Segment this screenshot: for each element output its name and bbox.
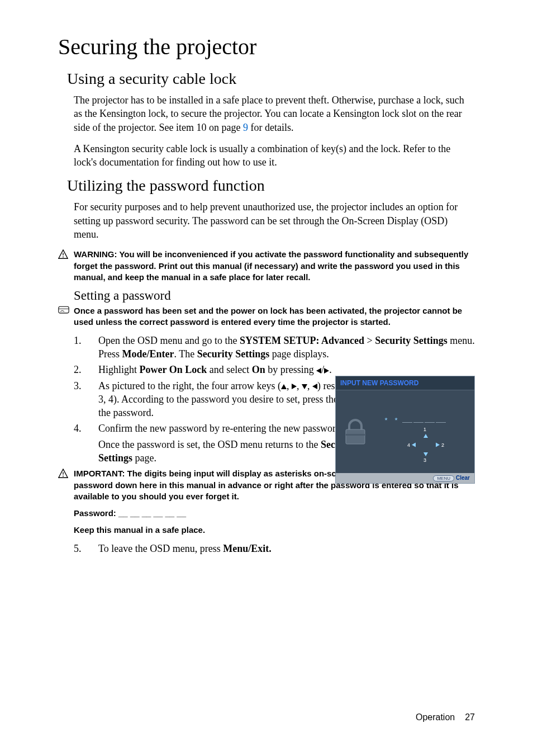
step-number: 5. [74,542,98,555]
text: To leave the OSD menu, press [98,543,223,554]
page-link-9[interactable]: 9 [243,122,248,133]
text: by pressing [265,364,317,375]
step-1: 1. Open the OSD menu and go to the SYSTE… [74,334,475,361]
text: . The [174,348,197,360]
step-body-continuation: Once the password is set, the OSD menu r… [98,438,365,465]
footer-page-number: 27 [465,712,475,722]
note-icon [58,305,74,328]
text: Once the password is set, the OSD menu r… [98,439,321,450]
direction-up: 1 [423,426,428,438]
star-icon: * [382,416,392,424]
up-arrow-icon [281,384,287,389]
left-arrow-icon [412,443,416,447]
step-body: To leave the OSD menu, press Menu/Exit. [98,542,475,555]
blank-digit [436,417,446,423]
text: page displays. [269,348,329,360]
direction-right: 2 [436,442,444,448]
paragraph: A Kensington security cable lock is usua… [74,142,475,169]
right-arrow-icon [436,443,440,447]
left-arrow-icon [312,384,317,389]
text: As pictured to the right, the four arrow… [98,380,281,391]
down-arrow-icon [302,384,307,389]
text: and select [207,364,251,375]
page-footer: Operation27 [416,712,475,722]
menu-button-hint: MENU [433,475,454,481]
svg-point-6 [63,476,64,477]
menu-path: Security Settings [375,335,448,346]
blank-digit [425,417,435,423]
page-title: Securing the projector [58,34,475,60]
text: . [329,364,332,375]
option-value: On [252,364,265,375]
text: for details. [248,122,293,133]
step-number: 3. [74,379,98,420]
subsection-heading-setting-password: Setting a password [74,289,475,303]
step-body: Open the OSD menu and go to the SYSTEM S… [98,334,475,361]
svg-rect-7 [346,429,365,444]
step-number: 2. [74,363,98,376]
text: , [297,380,302,391]
warning-icon [58,249,74,283]
osd-screenshot: INPUT NEW PASSWORD ** 1 2 3 4 MENUClear [335,376,475,484]
blank-digit [402,417,412,423]
paragraph: For security purposes and to help preven… [74,200,475,241]
osd-dialog: INPUT NEW PASSWORD ** 1 2 3 4 MENUClear [335,376,475,484]
text: > [364,335,375,346]
warning-text: WARNING: You will be inconvenienced if y… [74,249,475,283]
footer-section: Operation [416,712,455,722]
svg-rect-8 [346,434,365,436]
osd-body: ** 1 2 3 4 [336,390,474,473]
note-text: Once a password has been set and the pow… [74,305,475,328]
up-arrow-icon [423,434,428,438]
svg-rect-3 [59,306,69,313]
down-arrow-icon [423,452,428,456]
clear-label: Clear [456,475,470,481]
star-icon: * [392,416,402,424]
step-2: 2. Highlight Power On Lock and select On… [74,363,475,376]
keep-manual-text: Keep this manual in a safe place. [74,525,475,536]
lock-icon [344,418,367,446]
paragraph: The projector has to be installed in a s… [74,93,475,134]
direction-left: 4 [407,442,416,448]
right-arrow-icon [324,368,329,374]
button-label: Mode/Enter [122,348,174,360]
svg-point-2 [63,257,64,258]
text: Highlight [98,364,140,375]
step-number: 1. [74,334,98,361]
blank-digit [413,417,423,423]
step-body: Highlight Power On Lock and select On by… [98,363,475,376]
warning-block: WARNING: You will be inconvenienced if y… [58,249,475,283]
left-arrow-icon [316,368,321,374]
warning-icon [58,468,74,502]
step-number: 4. [74,422,98,435]
menu-path: Security Settings [197,348,270,360]
osd-footer: MENUClear [336,473,474,483]
text: , [307,380,312,391]
step-5: 5. To leave the OSD menu, press Menu/Exi… [74,542,475,555]
right-arrow-icon [292,384,297,389]
menu-path: SYSTEM SETUP: Advanced [240,335,364,346]
note-block: Once a password has been set and the pow… [58,305,475,328]
text: Open the OSD menu and go to the [98,335,240,346]
section-heading-security-cable: Using a security cable lock [67,70,475,88]
section-heading-password: Utilizing the password function [67,177,475,195]
password-blank-line: Password: __ __ __ __ __ __ [74,508,475,519]
text: page. [132,452,156,464]
button-label: Menu/Exit. [223,543,272,554]
option-label: Power On Lock [140,364,207,375]
direction-down: 3 [423,451,428,463]
text: , [287,380,292,391]
arrow-keypad: 1 2 3 4 [406,425,445,464]
osd-title: INPUT NEW PASSWORD [336,376,474,390]
